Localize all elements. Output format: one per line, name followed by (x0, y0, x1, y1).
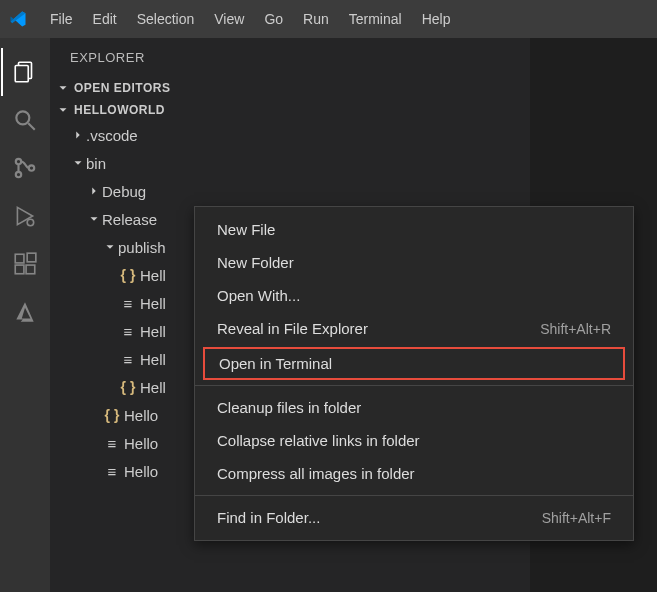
ctx-find-in-folder[interactable]: Find in Folder... Shift+Alt+F (195, 501, 633, 534)
ctx-cleanup[interactable]: Cleanup files in folder (195, 391, 633, 424)
svg-point-5 (16, 172, 21, 177)
tree-label: Hell (140, 295, 166, 312)
json-icon: { } (118, 267, 138, 283)
ctx-open-with[interactable]: Open With... (195, 279, 633, 312)
svg-line-3 (28, 123, 35, 130)
svg-rect-1 (15, 66, 28, 82)
chevron-down-icon (56, 103, 70, 117)
separator (195, 495, 633, 496)
tree-label: Hello (124, 435, 158, 452)
ctx-collapse[interactable]: Collapse relative links in folder (195, 424, 633, 457)
tree-label: Hell (140, 267, 166, 284)
svg-rect-10 (26, 265, 35, 274)
section-workspace[interactable]: HELLOWORLD (50, 99, 530, 121)
menu-terminal[interactable]: Terminal (339, 0, 412, 38)
tree-label: Release (102, 211, 157, 228)
tree-label: Hell (140, 351, 166, 368)
ctx-label: New Folder (217, 254, 294, 271)
file-icon: ≡ (118, 351, 138, 368)
context-menu: New File New Folder Open With... Reveal … (194, 206, 634, 541)
tree-label: Hell (140, 379, 166, 396)
tree-label: Hello (124, 407, 158, 424)
ctx-shortcut: Shift+Alt+F (542, 510, 611, 526)
tree-folder-bin[interactable]: bin (50, 149, 530, 177)
ctx-label: Collapse relative links in folder (217, 432, 420, 449)
svg-point-7 (27, 219, 33, 226)
chevron-down-icon (86, 212, 102, 226)
sidebar-title: EXPLORER (50, 38, 530, 77)
section-label: HELLOWORLD (74, 103, 165, 117)
file-icon: ≡ (102, 463, 122, 480)
menu-help[interactable]: Help (412, 0, 461, 38)
activity-source-control-icon[interactable] (1, 144, 49, 192)
activity-extensions-icon[interactable] (1, 240, 49, 288)
ctx-reveal-explorer[interactable]: Reveal in File Explorer Shift+Alt+R (195, 312, 633, 345)
svg-rect-11 (27, 253, 36, 262)
ctx-new-folder[interactable]: New Folder (195, 246, 633, 279)
file-icon: ≡ (118, 323, 138, 340)
file-icon: ≡ (102, 435, 122, 452)
tree-label: publish (118, 239, 166, 256)
titlebar: File Edit Selection View Go Run Terminal… (0, 0, 657, 38)
ctx-label: Find in Folder... (217, 509, 320, 526)
json-icon: { } (102, 407, 122, 423)
chevron-down-icon (56, 81, 70, 95)
tree-label: Hell (140, 323, 166, 340)
activity-explorer-icon[interactable] (1, 48, 49, 96)
tree-folder-debug[interactable]: Debug (50, 177, 530, 205)
svg-point-6 (29, 165, 34, 170)
file-icon: ≡ (118, 295, 138, 312)
section-label: OPEN EDITORS (74, 81, 170, 95)
activity-search-icon[interactable] (1, 96, 49, 144)
menu-edit[interactable]: Edit (83, 0, 127, 38)
menu-view[interactable]: View (204, 0, 254, 38)
tree-label: bin (86, 155, 106, 172)
ctx-label: New File (217, 221, 275, 238)
chevron-right-icon (86, 184, 102, 198)
tree-folder-vscode[interactable]: .vscode (50, 121, 530, 149)
ctx-open-terminal[interactable]: Open in Terminal (203, 347, 625, 380)
ctx-new-file[interactable]: New File (195, 213, 633, 246)
svg-rect-8 (15, 254, 24, 263)
activity-azure-icon[interactable] (1, 288, 49, 336)
ctx-label: Compress all images in folder (217, 465, 415, 482)
tree-label: .vscode (86, 127, 138, 144)
activitybar (0, 38, 50, 592)
section-open-editors[interactable]: OPEN EDITORS (50, 77, 530, 99)
chevron-right-icon (70, 128, 86, 142)
svg-rect-9 (15, 265, 24, 274)
tree-label: Debug (102, 183, 146, 200)
chevron-down-icon (70, 156, 86, 170)
ctx-label: Cleanup files in folder (217, 399, 361, 416)
vscode-logo-icon (8, 9, 28, 29)
ctx-label: Open in Terminal (219, 355, 332, 372)
separator (195, 385, 633, 386)
ctx-label: Reveal in File Explorer (217, 320, 368, 337)
menu-file[interactable]: File (40, 0, 83, 38)
menu-run[interactable]: Run (293, 0, 339, 38)
tree-label: Hello (124, 463, 158, 480)
ctx-label: Open With... (217, 287, 300, 304)
activity-run-debug-icon[interactable] (1, 192, 49, 240)
ctx-compress[interactable]: Compress all images in folder (195, 457, 633, 490)
chevron-down-icon (102, 240, 118, 254)
ctx-shortcut: Shift+Alt+R (540, 321, 611, 337)
svg-point-2 (16, 111, 29, 124)
menu-selection[interactable]: Selection (127, 0, 205, 38)
svg-point-4 (16, 159, 21, 164)
menu-go[interactable]: Go (254, 0, 293, 38)
json-icon: { } (118, 379, 138, 395)
